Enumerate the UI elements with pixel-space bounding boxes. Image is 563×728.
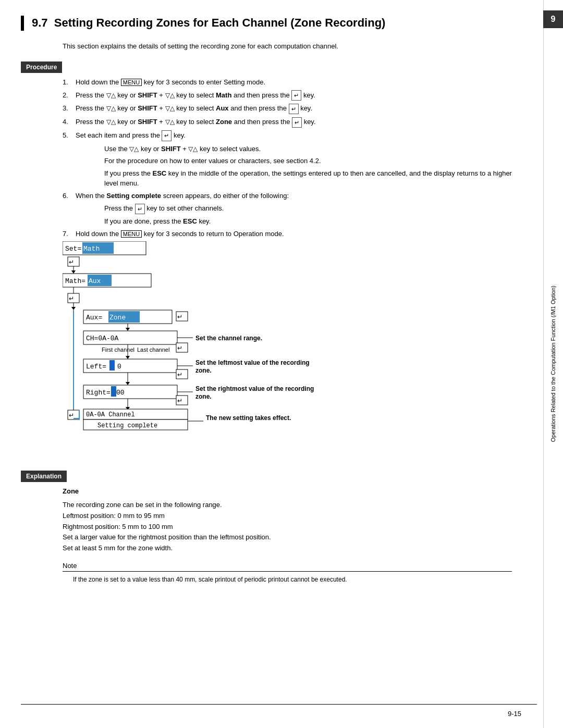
note-content: If the zone is set to a value less than … — [73, 575, 512, 584]
step-3: 3. Press the ▽△ key or SHIFT + ▽△ key to… — [63, 103, 512, 114]
exp-line-5: Set at least 5 mm for the zone width. — [63, 543, 512, 554]
procedure-label: Procedure — [21, 61, 62, 73]
svg-text:CH=0A-0A: CH=0A-0A — [86, 335, 119, 342]
step-6-sub1: Press the ↵ key to set other channels. — [104, 203, 512, 214]
svg-text:Zone: Zone — [109, 314, 126, 322]
svg-text:First channel: First channel — [102, 347, 134, 353]
svg-text:Last channel: Last channel — [137, 347, 169, 353]
step-1: 1. Hold down the MENU key for 3 seconds … — [63, 77, 512, 88]
step-5-sub3: If you press the ESC key in the middle o… — [104, 168, 512, 189]
step-4: 4. Press the ▽△ key or SHIFT + ▽△ key to… — [63, 117, 512, 128]
diagram-svg: Set= Math ↵ Math= Aux — [63, 241, 365, 460]
chapter-header: 9.7 Setting Recording Zones for Each Cha… — [21, 16, 512, 31]
exp-line-1: The recording zone can be set in the fol… — [63, 500, 512, 511]
step-5-sub1: Use the ▽△ key or SHIFT + ▽△ key to sele… — [104, 144, 512, 154]
menu-diagram: Set= Math ↵ Math= Aux — [63, 241, 512, 460]
step-6: 6. When the Setting complete screen appe… — [63, 191, 512, 201]
footer-line — [21, 704, 537, 705]
svg-text:Set=: Set= — [65, 245, 81, 253]
step-2: 2. Press the ▽△ key or SHIFT + ▽△ key to… — [63, 90, 512, 101]
svg-marker-25 — [126, 328, 130, 331]
sidebar-chapter-number: 9 — [543, 10, 563, 28]
svg-marker-35 — [126, 356, 130, 359]
svg-text:↵: ↵ — [177, 397, 182, 404]
svg-text:↵: ↵ — [69, 258, 74, 266]
note-section: Note If the zone is set to a value less … — [63, 562, 512, 584]
menu-key-2: MENU — [121, 230, 142, 238]
explanation-content: Zone The recording zone can be set in th… — [63, 486, 512, 554]
chapter-title: 9.7 Setting Recording Zones for Each Cha… — [32, 16, 512, 31]
svg-marker-16 — [71, 307, 76, 310]
svg-text:Aux=: Aux= — [86, 314, 102, 322]
zone-title: Zone — [63, 486, 512, 497]
sidebar-chapter-text: Operations Related to the Computation Fu… — [549, 286, 557, 442]
procedure-section: Procedure 1. Hold down the MENU key for … — [21, 61, 512, 460]
note-header: Note — [63, 562, 512, 570]
svg-text:zone.: zone. — [195, 367, 212, 374]
svg-text:Set the leftmost value of the : Set the leftmost value of the recording — [195, 359, 310, 366]
note-divider — [63, 571, 512, 572]
explanation-label: Explanation — [21, 471, 67, 482]
svg-text:↵: ↵ — [177, 344, 182, 352]
svg-text:The new setting takes effect.: The new setting takes effect. — [206, 414, 291, 422]
right-sidebar: 9 Operations Related to the Computation … — [543, 0, 563, 728]
svg-text:Left=: Left= — [86, 363, 106, 371]
step-5: 5. Set each item and press the ↵ key. — [63, 130, 512, 141]
svg-text:Set the rightmost value of the: Set the rightmost value of the recording — [195, 385, 314, 392]
svg-text:Math: Math — [83, 245, 100, 253]
svg-rect-38 — [109, 360, 115, 371]
svg-rect-49 — [111, 386, 116, 397]
exp-line-3: Rightmost position: 5 mm to 100 mm — [63, 522, 512, 533]
svg-text:↵: ↵ — [69, 295, 74, 302]
svg-text:Set the channel range.: Set the channel range. — [195, 335, 262, 342]
svg-text:0A-0A Channel: 0A-0A Channel — [86, 411, 135, 418]
svg-text:Math=: Math= — [65, 277, 85, 285]
svg-text:↵: ↵ — [177, 313, 182, 320]
svg-text:zone.: zone. — [195, 393, 212, 400]
section-intro: This section explains the details of set… — [63, 41, 512, 52]
svg-marker-7 — [71, 270, 76, 274]
step-5-sub2: For the procedure on how to enter values… — [104, 156, 512, 166]
exp-line-2: Leftmost position: 0 mm to 95 mm — [63, 511, 512, 522]
svg-text:00: 00 — [116, 389, 125, 397]
page-number: 9-15 — [508, 710, 521, 718]
menu-key: MENU — [121, 79, 142, 86]
step-6-sub2: If you are done, press the ESC key. — [104, 216, 512, 227]
svg-text:↵: ↵ — [69, 412, 74, 419]
svg-marker-46 — [126, 382, 130, 385]
svg-text:Aux: Aux — [89, 277, 101, 285]
explanation-section: Explanation Zone The recording zone can … — [21, 471, 512, 554]
procedure-steps: 1. Hold down the MENU key for 3 seconds … — [63, 77, 512, 460]
step-7: 7. Hold down the MENU key for 3 seconds … — [63, 229, 512, 239]
svg-text:Setting complete: Setting complete — [97, 422, 157, 429]
svg-text:Right=: Right= — [86, 389, 111, 397]
exp-line-4: Set a larger value for the rightmost pos… — [63, 532, 512, 543]
svg-text:0: 0 — [117, 363, 121, 371]
svg-text:↵: ↵ — [177, 371, 182, 378]
